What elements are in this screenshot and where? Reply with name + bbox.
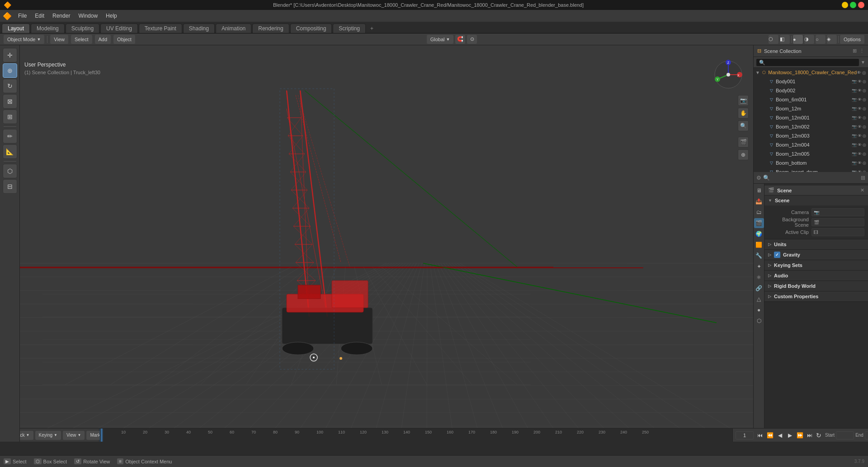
outliner-item-body002[interactable]: ▷ ▽ Body002 📷 👁 ◎	[754, 86, 868, 95]
camera-icon11[interactable]: 📷	[852, 161, 857, 165]
eye-icon10[interactable]: 👁	[858, 152, 862, 156]
tab-layout[interactable]: Layout	[2, 24, 30, 33]
active-clip-value[interactable]: 🎞	[811, 228, 864, 236]
object-menu-button[interactable]: Object	[113, 35, 135, 44]
outliner-filter-icon[interactable]: ⊞	[853, 48, 857, 54]
end-frame-input[interactable]: 250	[865, 431, 868, 439]
render-icon4[interactable]: ◎	[863, 97, 866, 102]
transform-tool-button[interactable]: ⊞	[3, 110, 17, 124]
prop-tab-render[interactable]: 🖥	[754, 186, 764, 195]
eevee-shading[interactable]: ◈	[827, 35, 837, 44]
tab-shading[interactable]: Shading	[183, 24, 215, 33]
step-forward-button[interactable]: ⏩	[795, 431, 804, 440]
snap-button[interactable]: 🧲	[455, 35, 465, 44]
jump-to-start-button[interactable]: ⏮	[755, 431, 764, 440]
outliner-item-root[interactable]: ▼ ⬡ Manitowoc_18000_Crawler_Crane_Red 👁 …	[754, 68, 868, 77]
render-icon9[interactable]: ◎	[863, 143, 866, 147]
outliner-item-boom6m001[interactable]: ▷ ▽ Boom_6m001 📷 👁 ◎	[754, 95, 868, 104]
tab-add-button[interactable]: +	[367, 24, 377, 33]
render-icon-button[interactable]: 🎬	[738, 137, 749, 148]
camera-icon6[interactable]: 📷	[852, 115, 857, 120]
tab-modeling[interactable]: Modeling	[31, 24, 65, 33]
render-icon6[interactable]: ◎	[863, 115, 866, 120]
outliner-item-boom12m[interactable]: ▷ ▽ Boom_12m 📷 👁 ◎	[754, 104, 868, 113]
view-menu-button[interactable]: View	[50, 35, 68, 44]
rendered-shading[interactable]: ○	[816, 35, 826, 44]
global-orientation-dropdown[interactable]: Global ▼	[427, 35, 454, 44]
prop-tab-material[interactable]: ●	[754, 305, 764, 315]
menu-help[interactable]: Help	[102, 12, 121, 20]
timeline-track[interactable]: 10 20 30 40 50 60 70 80 90 100 110 120 1…	[99, 429, 732, 442]
prop-tab-output[interactable]: 📤	[754, 196, 764, 206]
menu-window[interactable]: Window	[75, 12, 101, 20]
camera-icon4[interactable]: 📷	[852, 97, 857, 102]
eye-icon5[interactable]: 👁	[858, 106, 862, 111]
tab-compositing[interactable]: Compositing	[290, 24, 332, 33]
camera-view-button[interactable]: 📷	[738, 95, 749, 106]
render-icon11[interactable]: ◎	[863, 161, 866, 165]
loop-button[interactable]: ↻	[816, 431, 821, 440]
move-tool-button[interactable]: ⊕	[3, 63, 17, 78]
prop-tab-particles[interactable]: ✦	[754, 262, 764, 272]
outliner-search-input[interactable]	[756, 59, 859, 66]
camera-icon10[interactable]: 📷	[852, 152, 857, 156]
outliner-item-boom12m001[interactable]: ▷ ▽ Boom_12m001 📷 👁 ◎	[754, 113, 868, 122]
prop-tab-viewlayer[interactable]: 🗂	[754, 207, 764, 217]
add-menu-button[interactable]: Add	[95, 35, 111, 44]
cursor-tool-button[interactable]: ✛	[3, 48, 17, 62]
add-mesh-button[interactable]: ⬡	[3, 164, 17, 178]
outliner-item-boombottom[interactable]: ▷ ▽ Boom_bottom 📷 👁 ◎	[754, 158, 868, 167]
tab-scripting[interactable]: Scripting	[333, 24, 366, 33]
custom-properties-section-header[interactable]: ▷ Custom Properties	[764, 291, 868, 301]
jump-to-end-button[interactable]: ⏭	[805, 431, 814, 440]
start-frame-input[interactable]: 1	[836, 431, 854, 439]
compositor-button[interactable]: ⊕	[738, 149, 749, 160]
extra-tool-button[interactable]: ⊟	[3, 179, 17, 194]
outliner-options-icon[interactable]: ⋮	[859, 48, 864, 54]
outliner-item-boom12m004[interactable]: ▷ ▽ Boom_12m004 📷 👁 ◎	[754, 140, 868, 149]
xray-button[interactable]: ◧	[780, 35, 790, 44]
gravity-checkbox[interactable]: ✓	[774, 252, 780, 258]
properties-filter-icon[interactable]: ⊞	[861, 175, 865, 181]
select-menu-button[interactable]: Select	[71, 35, 92, 44]
eye-icon2[interactable]: 👁	[858, 79, 862, 84]
audio-section-header[interactable]: ▷ Audio	[764, 271, 868, 281]
rotate-tool-button[interactable]: ↻	[3, 79, 17, 93]
camera-icon3[interactable]: 📷	[852, 88, 857, 93]
render-icon10[interactable]: ◎	[863, 152, 866, 156]
eye-icon4[interactable]: 👁	[858, 97, 862, 102]
render-icon3[interactable]: ◎	[863, 88, 866, 93]
overlay-dropdown[interactable]: ⬡	[769, 35, 778, 44]
outliner-item-boom12m003[interactable]: ▷ ▽ Boom_12m003 📷 👁 ◎	[754, 131, 868, 140]
measure-tool-button[interactable]: 📐	[3, 144, 17, 159]
tab-animation[interactable]: Animation	[216, 24, 251, 33]
maximize-button[interactable]	[850, 2, 856, 8]
zoom-button[interactable]: 🔍	[738, 120, 749, 131]
tab-rendering[interactable]: Rendering	[252, 24, 289, 33]
eye-icon8[interactable]: 👁	[858, 133, 862, 138]
outliner-item-boom12m002[interactable]: ▷ ▽ Boom_12m002 📷 👁 ◎	[754, 122, 868, 131]
properties-search-icon[interactable]: 🔍	[763, 175, 770, 181]
camera-icon5[interactable]: 📷	[852, 106, 857, 111]
keying-sets-section-header[interactable]: ▷ Keying Sets	[764, 260, 868, 270]
outliner-item-boominsertdrum[interactable]: ▷ ▽ Boom_insert_drum 📷 👁 ◎	[754, 167, 868, 172]
units-section-header[interactable]: ▷ Units	[764, 239, 868, 249]
hand-tool-button[interactable]: ✋	[738, 108, 749, 119]
camera-icon8[interactable]: 📷	[852, 133, 857, 138]
camera-icon7[interactable]: 📷	[852, 124, 857, 129]
eye-icon6[interactable]: 👁	[858, 115, 862, 120]
solid-shading[interactable]: ●	[793, 35, 803, 44]
prop-tab-physics[interactable]: ⚛	[754, 272, 764, 282]
camera-icon[interactable]: 📷	[852, 79, 857, 84]
timeline-view-dropdown[interactable]: View ▼	[63, 431, 85, 440]
eye-icon7[interactable]: 👁	[858, 124, 862, 129]
render-icon8[interactable]: ◎	[863, 133, 866, 138]
keying-dropdown[interactable]: Keying ▼	[35, 431, 61, 440]
scene-section-header[interactable]: ▼ Scene	[764, 195, 868, 205]
prop-tab-constraints[interactable]: 🔗	[754, 283, 764, 293]
prop-tab-scene[interactable]: 🎬	[754, 218, 764, 228]
eye-icon[interactable]: 👁	[857, 70, 861, 75]
render-icon5[interactable]: ◎	[863, 106, 866, 111]
step-back-button[interactable]: ⏪	[765, 431, 774, 440]
render-icon2[interactable]: ◎	[863, 79, 866, 84]
